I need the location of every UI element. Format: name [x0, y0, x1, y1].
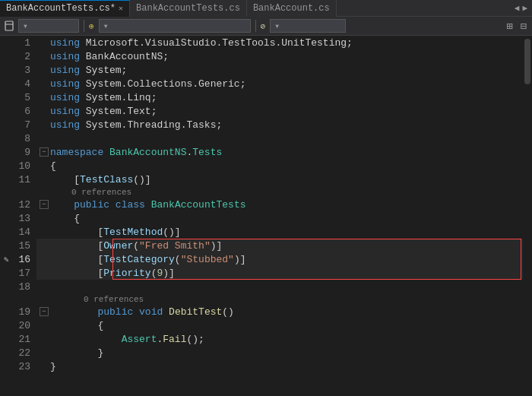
line-number-22: 22	[12, 346, 30, 360]
code-line-21[interactable]: Assert.Fail();	[36, 332, 523, 346]
token-plain: .	[157, 334, 163, 345]
namespace-icon: ⊕	[89, 21, 94, 31]
token-plain: }	[97, 347, 103, 359]
token-plain: ()	[222, 306, 234, 318]
editor-toolbar: ▼ ⊕ ▼ ⊘ ▼ ⊞ ⊟	[0, 17, 532, 36]
breakpoint-gutter: ✎	[0, 36, 12, 396]
tab-label: BankAccountTests.cs	[136, 3, 240, 14]
token-plain: System.Text;	[80, 106, 157, 117]
toolbar-separator-2	[255, 20, 256, 32]
token-plain: System.Collections.Generic;	[80, 78, 245, 90]
tab-label: BankAccount.cs	[253, 3, 330, 14]
token-plain: ()]	[163, 227, 180, 238]
line-number-15: 15	[12, 239, 30, 252]
token-kw: using	[50, 65, 80, 76]
token-plain: (	[175, 254, 181, 265]
line-number-20: 20	[12, 318, 30, 332]
expand-button[interactable]: ⊞	[504, 20, 515, 33]
tab-bankaccounttests-active[interactable]: BankAccountTests.cs* ✕	[0, 0, 130, 17]
toolbar-right: ⊞ ⊟	[504, 20, 529, 33]
function-dropdown[interactable]: ▼	[270, 19, 346, 33]
token-attr: Priority	[103, 268, 150, 279]
token-str: "Fred Smith"	[139, 240, 211, 252]
line-number-3: 3	[12, 63, 30, 77]
bookmarks-icon[interactable]	[3, 20, 15, 32]
line-number-11: 11	[12, 173, 30, 186]
line-number-18: 18	[12, 280, 30, 293]
code-line-16[interactable]: [TestCategory("Stubbed")]	[36, 252, 523, 266]
collapse-toggle-12[interactable]: −	[40, 200, 49, 209]
toolbar-left: ▼ ⊕ ▼ ⊘ ▼	[3, 19, 501, 33]
token-ns: Tests	[192, 147, 222, 158]
code-line-12[interactable]: − public class BankAccountTests	[36, 198, 523, 211]
function-icon: ⊘	[261, 21, 266, 31]
code-line-4[interactable]: using System.Collections.Generic;	[36, 77, 523, 90]
refcount-11: 0 references	[36, 186, 523, 198]
token-plain: .	[186, 147, 192, 158]
line-numbers: 1234567891011121314151617181920212223	[12, 36, 36, 396]
code-line-14[interactable]: [TestMethod()]	[36, 225, 523, 239]
code-line-13[interactable]: {	[36, 211, 523, 225]
line-number-2: 2	[12, 49, 30, 63]
code-line-7[interactable]: using System.Threading.Tasks;	[36, 118, 523, 131]
code-line-18[interactable]	[36, 280, 523, 293]
token-plain: [	[97, 268, 103, 279]
tab-bankaccounttests[interactable]: BankAccountTests.cs	[130, 0, 247, 17]
token-type: BankAccountTests	[151, 199, 246, 211]
line-number-13: 13	[12, 211, 30, 225]
gutter-empty	[0, 145, 12, 159]
token-plain: (	[133, 240, 139, 252]
scroll-tabs-left[interactable]: ◀	[515, 3, 520, 13]
code-line-11[interactable]: [TestClass()]	[36, 173, 523, 186]
token-kw: class	[116, 199, 145, 211]
line-number-6: 6	[12, 104, 30, 118]
code-editor[interactable]: using Microsoft.VisualStudio.TestTools.U…	[36, 36, 523, 396]
code-line-10[interactable]: {	[36, 159, 523, 173]
code-line-9[interactable]: −namespace BankAccountNS.Tests	[36, 145, 523, 159]
vertical-scrollbar[interactable]	[523, 36, 532, 396]
scroll-tabs-right[interactable]: ▶	[522, 3, 527, 13]
code-line-2[interactable]: using BankAccountNS;	[36, 49, 523, 63]
token-kw: using	[50, 37, 80, 49]
line-number-4: 4	[12, 77, 30, 90]
token-plain: [	[97, 227, 103, 238]
token-kw: public	[97, 306, 133, 318]
collapse-toggle-19[interactable]: −	[40, 307, 49, 316]
collapse-button[interactable]: ⊟	[518, 20, 529, 33]
token-kw: using	[50, 106, 80, 117]
code-line-20[interactable]: {	[36, 318, 523, 332]
line-number-23: 23	[12, 360, 30, 373]
token-plain: BankAccountNS;	[80, 51, 169, 62]
token-plain: System.Threading.Tasks;	[80, 119, 222, 131]
line-number-12: 12	[12, 198, 30, 211]
token-plain: {	[97, 320, 103, 331]
code-line-22[interactable]: }	[36, 346, 523, 360]
code-line-19[interactable]: − public void DebitTest()	[36, 305, 523, 318]
gutter-empty	[0, 104, 12, 118]
tab-bankaccount[interactable]: BankAccount.cs	[247, 0, 337, 17]
gutter-empty	[0, 159, 12, 173]
code-line-1[interactable]: using Microsoft.VisualStudio.TestTools.U…	[36, 36, 523, 49]
namespace-dropdown[interactable]: ▼	[99, 19, 251, 33]
token-plain	[163, 306, 169, 318]
project-dropdown[interactable]: ▼	[18, 19, 79, 33]
code-line-8[interactable]	[36, 131, 523, 145]
gutter-empty	[0, 49, 12, 63]
code-line-3[interactable]: using System;	[36, 63, 523, 77]
gutter-empty	[0, 118, 12, 131]
token-num: 9	[157, 268, 163, 279]
token-attr: Owner	[103, 240, 133, 252]
code-line-17[interactable]: [Priority(9)]	[36, 266, 523, 280]
token-plain: (	[151, 268, 157, 279]
token-type: Assert	[122, 334, 157, 345]
namespace-dropdown-arrow: ▼	[104, 23, 108, 30]
scrollbar-thumb[interactable]	[524, 39, 530, 84]
code-line-6[interactable]: using System.Text;	[36, 104, 523, 118]
tab-close-icon[interactable]: ✕	[119, 4, 123, 13]
token-plain: [	[74, 174, 80, 185]
code-line-5[interactable]: using System.Linq;	[36, 90, 523, 104]
code-line-15[interactable]: [Owner("Fred Smith")]	[36, 239, 523, 252]
tab-bar: BankAccountTests.cs* ✕ BankAccountTests.…	[0, 0, 532, 17]
code-line-23[interactable]: }	[36, 360, 523, 373]
collapse-toggle-9[interactable]: −	[40, 147, 49, 157]
